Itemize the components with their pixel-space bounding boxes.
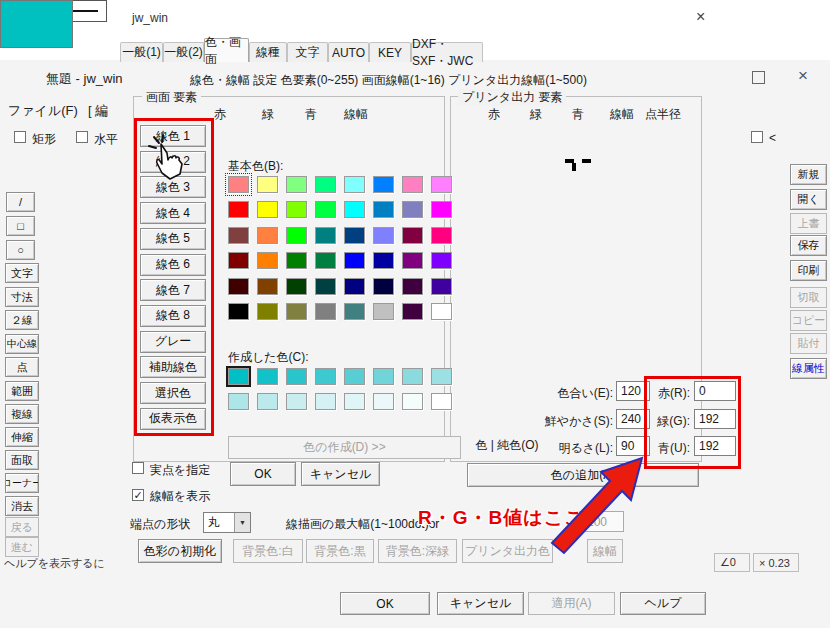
tool-○[interactable]: ○: [6, 240, 35, 260]
tool-新規[interactable]: 新規: [790, 164, 827, 185]
checkbox-show-linewidth[interactable]: ✓: [132, 488, 144, 502]
custom-color-swatch[interactable]: [286, 368, 307, 385]
basic-color-swatch[interactable]: [286, 278, 307, 295]
color-cancel-button[interactable]: キャンセル: [301, 462, 380, 486]
settings-OK-button[interactable]: OK: [340, 592, 430, 615]
maximize-icon[interactable]: [752, 71, 765, 84]
tool-/[interactable]: /: [6, 192, 35, 212]
chevron-down-icon[interactable]: ▼: [234, 513, 250, 532]
basic-color-swatch[interactable]: [228, 278, 249, 295]
basic-color-swatch[interactable]: [286, 303, 307, 320]
button-背景色:白[interactable]: 背景色:白: [233, 539, 303, 563]
basic-color-swatch[interactable]: [373, 176, 394, 193]
custom-color-swatch[interactable]: [431, 368, 452, 385]
basic-color-swatch[interactable]: [315, 278, 336, 295]
tab-色・画面[interactable]: 色・画面: [204, 38, 249, 62]
basic-color-swatch[interactable]: [286, 227, 307, 244]
tab-AUTO[interactable]: AUTO: [328, 42, 369, 62]
basic-color-swatch[interactable]: [402, 201, 423, 218]
basic-color-swatch[interactable]: [315, 176, 336, 193]
color-ok-button[interactable]: OK: [230, 462, 296, 486]
basic-color-swatch[interactable]: [315, 227, 336, 244]
basic-color-swatch[interactable]: [257, 278, 278, 295]
custom-color-swatch[interactable]: [228, 368, 249, 385]
tool-文字[interactable]: 文字: [5, 263, 39, 283]
basic-color-swatch[interactable]: [257, 176, 278, 193]
tool-□[interactable]: □: [6, 216, 35, 236]
custom-color-swatch[interactable]: [315, 368, 336, 385]
basic-color-swatch[interactable]: [373, 278, 394, 295]
settings-適用(A)-button[interactable]: 適用(A): [528, 592, 615, 615]
tool-線属性[interactable]: 線属性: [790, 358, 827, 379]
checkbox-horizontal[interactable]: [76, 131, 88, 146]
tab-線種[interactable]: 線種: [249, 42, 287, 62]
basic-color-swatch[interactable]: [431, 201, 452, 218]
tool-開く[interactable]: 開く: [790, 189, 827, 210]
basic-color-swatch[interactable]: [431, 252, 452, 269]
basic-color-swatch[interactable]: [431, 303, 452, 320]
basic-color-swatch[interactable]: [402, 176, 423, 193]
checkbox-box[interactable]: [751, 131, 763, 143]
custom-color-swatch[interactable]: [315, 393, 336, 410]
tool-中心線[interactable]: 中心線: [5, 334, 39, 354]
basic-color-swatch[interactable]: [344, 201, 365, 218]
tool-上書[interactable]: 上書: [790, 213, 827, 234]
basic-color-swatch[interactable]: [344, 278, 365, 295]
button-背景色:黒[interactable]: 背景色:黒: [306, 539, 374, 563]
checkbox-box[interactable]: ✓: [132, 489, 144, 501]
custom-color-swatch[interactable]: [373, 368, 394, 385]
custom-color-swatch[interactable]: [257, 368, 278, 385]
custom-color-swatch[interactable]: [228, 393, 249, 410]
checkbox-box[interactable]: [14, 131, 26, 143]
basic-color-swatch[interactable]: [402, 252, 423, 269]
custom-color-swatch[interactable]: [431, 393, 452, 410]
checkbox-box[interactable]: [132, 462, 144, 474]
basic-color-swatch[interactable]: [373, 201, 394, 218]
tool-コーナー[interactable]: コーナー: [5, 473, 39, 493]
tool-消去[interactable]: 消去: [5, 496, 39, 516]
basic-color-swatch[interactable]: [257, 227, 278, 244]
custom-color-swatch[interactable]: [257, 393, 278, 410]
tool-切取[interactable]: 切取: [790, 287, 827, 308]
tab-DXF・SXF・JWC[interactable]: DXF・SXF・JWC: [411, 42, 483, 62]
custom-color-swatch[interactable]: [402, 393, 423, 410]
settings-ヘルプ-button[interactable]: ヘルプ: [620, 592, 706, 615]
basic-color-swatch[interactable]: [315, 303, 336, 320]
basic-color-swatch[interactable]: [228, 201, 249, 218]
basic-color-swatch[interactable]: [431, 176, 452, 193]
basic-color-swatch[interactable]: [431, 278, 452, 295]
basic-color-swatch[interactable]: [402, 303, 423, 320]
tab-文字[interactable]: 文字: [287, 42, 328, 62]
settings-close-icon[interactable]: ×: [696, 8, 705, 26]
tool-点[interactable]: 点: [5, 357, 39, 377]
basic-color-swatch[interactable]: [228, 227, 249, 244]
tool-コピー[interactable]: コピー: [790, 310, 827, 331]
app-close-icon[interactable]: ×: [798, 66, 808, 86]
tool-保存[interactable]: 保存: [790, 235, 827, 256]
basic-color-swatch[interactable]: [373, 227, 394, 244]
custom-color-swatch[interactable]: [344, 393, 365, 410]
tool-複線[interactable]: 複線: [5, 404, 39, 424]
basic-color-swatch[interactable]: [431, 227, 452, 244]
basic-color-swatch[interactable]: [228, 252, 249, 269]
custom-color-swatch[interactable]: [344, 368, 365, 385]
basic-color-swatch[interactable]: [257, 201, 278, 218]
basic-color-swatch[interactable]: [315, 252, 336, 269]
basic-color-swatch[interactable]: [344, 176, 365, 193]
tool-寸法[interactable]: 寸法: [5, 287, 39, 307]
tool-２線[interactable]: ２線: [5, 310, 39, 330]
tool-範囲[interactable]: 範囲: [5, 381, 39, 401]
basic-color-swatch[interactable]: [373, 252, 394, 269]
basic-color-swatch[interactable]: [344, 252, 365, 269]
basic-color-swatch[interactable]: [228, 176, 249, 193]
basic-color-swatch[interactable]: [257, 252, 278, 269]
basic-color-swatch[interactable]: [286, 252, 307, 269]
basic-color-swatch[interactable]: [402, 278, 423, 295]
custom-color-swatch[interactable]: [286, 393, 307, 410]
tool-印刷[interactable]: 印刷: [790, 260, 827, 281]
checkbox-dot-specify[interactable]: [132, 462, 144, 477]
basic-color-swatch[interactable]: [286, 201, 307, 218]
basic-color-swatch[interactable]: [286, 176, 307, 193]
basic-color-swatch[interactable]: [344, 303, 365, 320]
basic-color-swatch[interactable]: [257, 303, 278, 320]
